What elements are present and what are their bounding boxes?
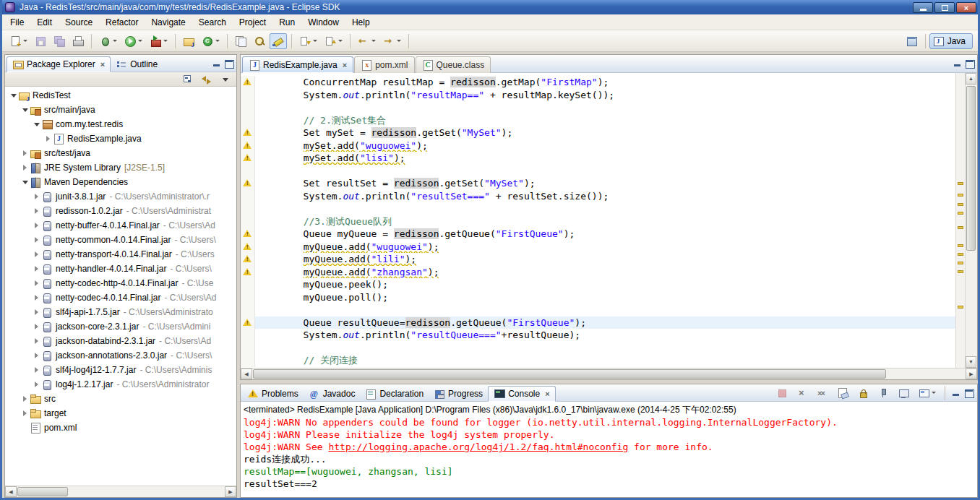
editor-tab-queue-class[interactable]: Queue.class [416, 56, 491, 73]
console-output[interactable]: <terminated> RedisExample [Java Applicat… [241, 402, 977, 497]
tree-item-redisexample-java[interactable]: RedisExample.java [5, 132, 236, 146]
menu-refactor[interactable]: Refactor [99, 15, 145, 30]
code-line[interactable] [241, 165, 955, 178]
warning-mark[interactable] [958, 226, 963, 229]
open-console-button[interactable] [915, 385, 939, 401]
tree-expander[interactable] [33, 277, 41, 289]
mark-occurrences-button[interactable] [270, 33, 287, 49]
pin-console-button[interactable] [874, 385, 892, 401]
code-line[interactable] [241, 303, 955, 316]
tree-expander[interactable] [33, 292, 41, 303]
new-java-project-button[interactable] [180, 33, 197, 49]
menu-navigate[interactable]: Navigate [145, 15, 192, 30]
warning-mark[interactable] [958, 270, 963, 273]
scrollbar-thumb[interactable] [17, 487, 68, 496]
overview-ruler[interactable] [955, 73, 965, 368]
menu-project[interactable]: Project [233, 15, 272, 30]
code-line[interactable]: //3.测试Queue队列 [241, 215, 955, 228]
view-tab-declaration[interactable]: Declaration [360, 386, 429, 402]
back-button[interactable] [355, 33, 379, 49]
tree-item-slf4j-log4j12-1-7-7-jar[interactable]: slf4j-log4j12-1.7.7.jar- C:\Users\Admini… [5, 363, 236, 377]
tree-expander[interactable] [33, 321, 41, 332]
tree-item-src[interactable]: src [5, 392, 236, 406]
save-all-button[interactable] [51, 33, 68, 49]
tree-expander[interactable] [33, 234, 41, 246]
link-with-editor-button[interactable] [199, 72, 215, 87]
collapse-all-button[interactable] [180, 72, 196, 87]
code-line[interactable] [241, 101, 955, 114]
display-selected-console-button[interactable] [895, 385, 912, 401]
titlebar[interactable]: Java - RedisTest/src/main/java/com/my/te… [2, 0, 978, 14]
view-tab-console[interactable]: Console× [488, 386, 555, 402]
maximize-button[interactable] [934, 2, 955, 13]
code-line[interactable]: mySet.add("wuguowei"); [241, 139, 955, 152]
view-tab-problems[interactable]: Problems [242, 386, 304, 402]
menu-run[interactable]: Run [272, 15, 301, 30]
open-type-button[interactable] [232, 33, 249, 49]
editor-tab-redisexample-java[interactable]: RedisExample.java× [242, 56, 353, 73]
view-tab-javadoc[interactable]: Javadoc [304, 386, 361, 402]
code-line[interactable]: System.out.println("resultMap==" + resul… [241, 89, 955, 102]
editor-tab-pom-xml[interactable]: pom.xml [354, 56, 414, 73]
tree-item-netty-handler-4-0-14-final-jar[interactable]: netty-handler-4.0.14.Final.jar- C:\Users… [5, 262, 236, 276]
remove-all-terminated-button[interactable] [814, 385, 831, 401]
warning-mark[interactable] [958, 262, 963, 264]
external-tools-button[interactable] [147, 33, 171, 49]
tree-item-redisson-1-0-2-jar[interactable]: redisson-1.0.2.jar- C:\Users\Administrat [5, 204, 236, 218]
code-line[interactable]: ConcurrentMap resultMap = redisson.getMa… [241, 76, 955, 89]
maximize-view-icon[interactable] [963, 387, 975, 399]
terminate-button[interactable] [773, 385, 791, 401]
clear-console-button[interactable] [834, 385, 851, 401]
code-editor[interactable]: ConcurrentMap resultMap = redisson.getMa… [241, 73, 955, 368]
maximize-view-icon[interactable] [964, 58, 976, 69]
warning-mark[interactable] [958, 244, 963, 247]
code-line[interactable]: System.out.println("resultQueue==="+resu… [241, 329, 955, 342]
warning-icon[interactable] [243, 229, 252, 238]
tree-item-jackson-core-2-3-1-jar[interactable]: jackson-core-2.3.1.jar- C:\Users\Admini [5, 319, 236, 334]
warning-icon[interactable] [243, 254, 252, 264]
tree-item-jackson-databind-2-3-1-jar[interactable]: jackson-databind-2.3.1.jar- C:\Users\Ad [5, 334, 236, 348]
tree-item-maven-dependencies[interactable]: Maven Dependencies [5, 175, 236, 189]
tree-expander[interactable] [21, 104, 30, 116]
tree-expander[interactable] [33, 220, 41, 231]
warning-mark[interactable] [958, 194, 963, 197]
open-perspective-button[interactable] [903, 33, 921, 49]
tree-item-jre-system-library[interactable]: JRE System Library[J2SE-1.5] [5, 160, 236, 175]
menu-file[interactable]: File [4, 15, 30, 30]
code-line[interactable]: Set resultSet = redisson.getSet("MySet")… [241, 177, 955, 190]
code-line[interactable]: // 2.测试Set集合 [241, 114, 955, 127]
close-icon[interactable]: × [100, 60, 105, 69]
tree-item-log4j-1-2-17-jar[interactable]: log4j-1.2.17.jar- C:\Users\Administrator [5, 377, 236, 392]
minimize-view-icon[interactable] [952, 58, 963, 69]
warning-icon[interactable] [243, 178, 252, 188]
tree-expander[interactable] [21, 393, 30, 405]
run-button[interactable] [121, 33, 145, 49]
view-menu-button[interactable] [218, 72, 233, 87]
warning-icon[interactable] [243, 267, 252, 277]
minimize-view-icon[interactable] [211, 58, 223, 69]
view-tab-outline[interactable]: Outline [111, 56, 163, 72]
tree-expander[interactable] [33, 249, 41, 260]
tree-expander[interactable] [33, 191, 41, 202]
code-line[interactable]: mySet.add("lisi"); [241, 152, 955, 165]
tree-expander[interactable] [33, 306, 41, 318]
tree-expander[interactable] [33, 263, 41, 275]
scroll-down-button[interactable]: ▼ [966, 356, 976, 368]
tree-item-netty-transport-4-0-14-final-jar[interactable]: netty-transport-4.0.14.Final.jar- C:\Use… [5, 247, 236, 262]
tree-item-src-main-java[interactable]: src/main/java [5, 103, 236, 117]
minimize-button[interactable] [913, 2, 933, 13]
package-explorer-hscrollbar[interactable]: ◀ ▶ [5, 486, 236, 497]
warning-icon[interactable] [243, 128, 252, 137]
scroll-up-button[interactable]: ▲ [966, 73, 976, 85]
scrollbar-thumb[interactable] [253, 369, 886, 379]
menu-window[interactable]: Window [301, 15, 345, 30]
code-line[interactable]: myQueue.poll(); [241, 291, 955, 304]
close-icon[interactable]: × [343, 61, 347, 69]
menu-source[interactable]: Source [59, 15, 99, 30]
view-tab-package-explorer[interactable]: Package Explorer× [7, 56, 111, 72]
tree-expander[interactable] [21, 147, 30, 159]
tree-item-netty-common-4-0-14-final-jar[interactable]: netty-common-4.0.14.Final.jar- C:\Users\ [5, 233, 236, 247]
warning-icon[interactable] [243, 242, 252, 251]
tree-expander[interactable] [21, 162, 30, 173]
warning-icon[interactable] [243, 77, 252, 87]
